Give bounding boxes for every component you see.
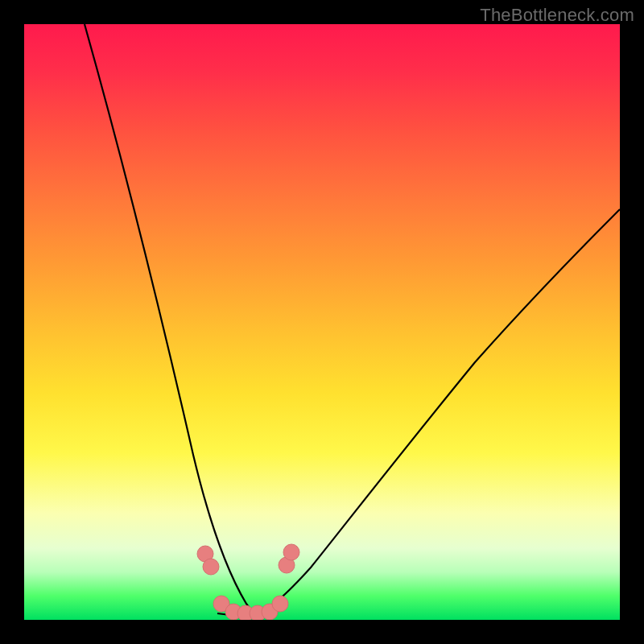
chart-svg [24, 24, 620, 620]
plot-area [24, 24, 620, 620]
scatter-markers [197, 544, 299, 620]
marker [203, 559, 219, 575]
marker [272, 596, 288, 612]
right-curve [257, 209, 620, 613]
marker [283, 544, 299, 560]
left-curve [85, 24, 257, 613]
chart-container: TheBottleneck.com [0, 0, 644, 644]
watermark-text: TheBottleneck.com [480, 5, 634, 26]
